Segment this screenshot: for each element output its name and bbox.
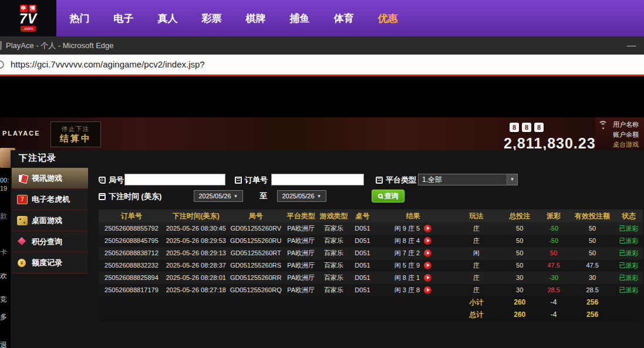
- date-from-select[interactable]: 2025/05/26 ▼: [194, 190, 243, 202]
- address-bar[interactable]: https://gci.7vvvvvv.com/agingame/pcv2/in…: [0, 55, 644, 75]
- cell-valid-bet: 28.5: [570, 284, 615, 296]
- cell-play: 闲: [450, 247, 502, 259]
- window-title-bar: PlayAce - 个人 - Microsoft Edge —: [0, 36, 644, 55]
- cell-valid-bet: 50: [570, 222, 615, 235]
- nav-item-hot[interactable]: 热门: [58, 0, 102, 36]
- site-logo[interactable]: 申 博 7V .com: [0, 0, 56, 36]
- replay-button[interactable]: [424, 274, 431, 282]
- date-to-value: 2025/05/26: [282, 192, 315, 200]
- nav-item-board[interactable]: 棋牌: [234, 0, 278, 36]
- background-fragment: 竞: [0, 295, 7, 305]
- minimize-button[interactable]: —: [627, 36, 636, 53]
- nav-item-lottery[interactable]: 彩票: [190, 0, 234, 36]
- betting-status-box: 停止下注 结算中: [50, 121, 101, 147]
- cell-game: 百家乐: [318, 284, 350, 296]
- list-icon: [376, 177, 383, 184]
- bet-time-label: 下注时间 (美东): [99, 190, 161, 202]
- platform-select[interactable]: 1.全部 ▼: [418, 174, 518, 185]
- sidebar-item-label: 积分查询: [32, 236, 62, 247]
- screen: 申 博 7V .com 热门电子真人彩票棋牌捕鱼体育优惠 PlayAce - 个…: [0, 0, 644, 348]
- nav-item-slots[interactable]: 电子: [102, 0, 146, 36]
- cell-play: 庄: [450, 272, 502, 284]
- result-text: 闲 8 庄 1: [395, 272, 420, 284]
- cell-empty: [375, 309, 450, 321]
- cell-empty: [284, 296, 318, 309]
- slot-icon: [17, 195, 28, 204]
- table-row: 2505260888387122025-05-26 08:29:13GD0512…: [99, 247, 643, 259]
- column-header: 游戏类型: [318, 210, 350, 222]
- grand-total-label: 总计: [450, 309, 502, 321]
- cell-empty: [615, 296, 643, 309]
- table-header-row: 订单号下注时间(美东)局号平台类型游戏类型桌号结果玩法总投注派彩有效投注额状态: [99, 210, 643, 222]
- replay-button[interactable]: [424, 225, 431, 232]
- die-icon: 8: [510, 123, 519, 132]
- nav-item-fishing[interactable]: 捕鱼: [278, 0, 322, 36]
- status-badge: 已派彩: [615, 235, 643, 247]
- result-text: 闲 5 庄 9: [395, 259, 420, 272]
- replay-button[interactable]: [424, 249, 431, 257]
- records-main: 局号 订单号 平台类型 1.全部 ▼ 下注时间 (美东) 2025/05/26 …: [97, 168, 643, 347]
- cell-play: 庄: [450, 284, 502, 296]
- panel-title: 下注记录: [19, 153, 56, 164]
- result-text: 闲 7 庄 2: [395, 247, 420, 259]
- cell-empty: [350, 296, 376, 309]
- column-header: 下注时间(美东): [164, 210, 228, 222]
- cell-result: 闲 7 庄 2: [375, 247, 450, 259]
- sidebar-item-video-games[interactable]: 视讯游戏: [12, 168, 88, 189]
- cell-order: 250526088832232: [99, 259, 164, 272]
- cell-game: 百家乐: [318, 235, 350, 247]
- cell-result: 闲 8 庄 4: [375, 235, 450, 247]
- table-body: 2505260888557922025-05-26 08:30:45GD0512…: [99, 222, 643, 321]
- cell-result: 闲 5 庄 9: [375, 259, 450, 272]
- column-header: 结果: [375, 210, 450, 222]
- calendar-icon: [99, 193, 106, 200]
- tag-icon: [99, 177, 106, 184]
- cell-play: 庄: [450, 235, 502, 247]
- reload-icon[interactable]: [0, 60, 4, 69]
- wifi-icon: [598, 121, 609, 130]
- nav-item-live[interactable]: 真人: [146, 0, 190, 36]
- cell-payout: 47.5: [537, 259, 570, 272]
- subtotal-valid-bet: 256: [570, 296, 615, 309]
- cell-order: 250526088817179: [99, 284, 164, 296]
- cell-play: 庄: [450, 222, 502, 235]
- result-text: 闲 3 庄 8: [395, 284, 420, 296]
- background-fragment: 00:: [0, 177, 9, 184]
- cell-table: D051: [350, 235, 376, 247]
- round-input[interactable]: [124, 174, 225, 185]
- nav-item-sports[interactable]: 体育: [322, 0, 366, 36]
- cell-payout: -50: [537, 235, 570, 247]
- search-button[interactable]: 查询: [372, 190, 404, 202]
- cell-payout: 28.5: [537, 284, 570, 296]
- grand-total-row: 总计260-4256: [99, 309, 643, 321]
- sidebar-item-slot-machine[interactable]: 电子老虎机: [12, 189, 88, 210]
- cell-round: GD051255260RU: [228, 235, 284, 247]
- cell-platform: PA欧洲厅: [284, 272, 318, 284]
- banner-account-strip: 用户名称 账户余额 桌台游戏: [595, 117, 644, 150]
- cell-time: 2025-05-26 08:29:13: [164, 247, 228, 259]
- nav-item-promo[interactable]: 优惠: [366, 0, 410, 36]
- replay-button[interactable]: [424, 237, 431, 245]
- order-input[interactable]: [271, 174, 364, 185]
- cell-round: GD051255260RQ: [228, 284, 284, 296]
- cell-empty: [228, 309, 284, 321]
- status-badge: 已派彩: [615, 222, 643, 235]
- date-to-select[interactable]: 2025/05/26 ▼: [277, 190, 326, 202]
- replay-button[interactable]: [424, 286, 431, 294]
- chevron-down-icon: ▼: [317, 194, 322, 199]
- dice-icon: [17, 216, 28, 225]
- column-header: 桌号: [350, 210, 376, 222]
- sidebar-item-points-query[interactable]: 积分查询: [12, 231, 88, 252]
- bet-records-panel: 下注记录 视讯游戏电子老虎机桌面游戏积分查询额度记录 局号 订单号 平台类型 1…: [11, 150, 644, 348]
- replay-button[interactable]: [424, 262, 431, 269]
- sidebar-item-table-games[interactable]: 桌面游戏: [12, 210, 88, 231]
- page-content: PLAYACE 停止下注 结算中 888 2,811,830.23 用户名称 账…: [0, 76, 644, 348]
- platform-selected-value: 1.全部: [422, 175, 442, 184]
- cell-empty: [318, 309, 350, 321]
- url-text[interactable]: https://gci.7vvvvvv.com/agingame/pcv2/in…: [11, 55, 205, 75]
- subtotal-total-bet: 260: [502, 296, 537, 309]
- column-header: 总投注: [502, 210, 537, 222]
- result-text: 闲 8 庄 4: [395, 235, 420, 247]
- diamond-icon: [17, 237, 28, 246]
- sidebar-item-quota-records[interactable]: 额度记录: [12, 252, 88, 273]
